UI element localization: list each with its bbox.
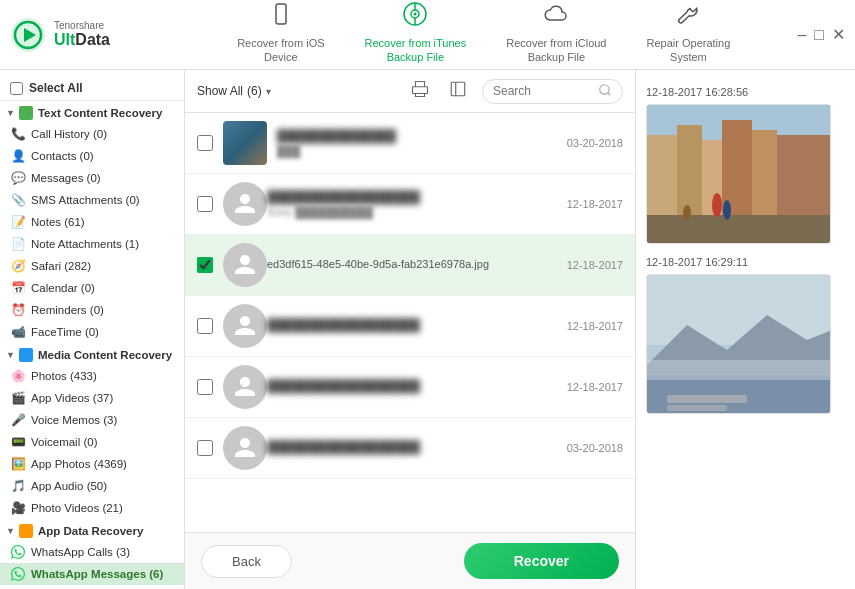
select-all-label: Select All <box>29 81 83 95</box>
group-label-text: Text Content Recovery <box>38 107 162 119</box>
tab-repair[interactable]: Repair OperatingSystem <box>627 0 751 75</box>
back-button[interactable]: Back <box>201 545 292 578</box>
file-date: 03-20-2018 <box>567 442 623 454</box>
sidebar-item-label: Contacts (0) <box>31 150 94 162</box>
icloud-icon <box>544 2 568 32</box>
recover-button[interactable]: Recover <box>464 543 619 579</box>
main-area: Select All ▼ Text Content Recovery 📞 Cal… <box>0 70 855 589</box>
search-input[interactable] <box>493 84 593 98</box>
file-checkbox[interactable] <box>197 379 213 395</box>
chevron-down-icon: ▾ <box>266 86 271 97</box>
preview-panel: 12-18-2017 16:28:56 <box>635 70 855 589</box>
file-item[interactable]: ██████████████████ 03-20-2018 <box>185 418 635 479</box>
sidebar-item-label: Calendar (0) <box>31 282 95 294</box>
sidebar-item-notes[interactable]: 📝 Notes (61) <box>0 211 184 233</box>
sidebar-group-app-data[interactable]: ▼ App Data Recovery <box>0 519 184 541</box>
sidebar-group-text-content[interactable]: ▼ Text Content Recovery <box>0 101 184 123</box>
file-checkbox[interactable] <box>197 318 213 334</box>
svg-rect-3 <box>276 4 286 24</box>
bottom-bar: Back Recover <box>185 532 635 589</box>
file-checkbox[interactable] <box>197 196 213 212</box>
svg-rect-27 <box>647 215 831 244</box>
sidebar-item-whatsapp-attachments[interactable]: WhatsApp Attachments (8) <box>0 585 184 589</box>
file-item[interactable]: ed3df615-48e5-40be-9d5a-fab231e6978a.jpg… <box>185 235 635 296</box>
search-icon <box>598 83 612 100</box>
sidebar-item-note-attachments[interactable]: 📄 Note Attachments (1) <box>0 233 184 255</box>
voicemail-icon: 📟 <box>10 434 26 450</box>
file-date: 12-18-2017 <box>567 198 623 210</box>
sidebar-item-safari[interactable]: 🧭 Safari (282) <box>0 255 184 277</box>
sidebar-item-sms-attachments[interactable]: 📎 SMS Attachments (0) <box>0 189 184 211</box>
sidebar-item-label: SMS Attachments (0) <box>31 194 140 206</box>
repair-icon <box>676 2 700 32</box>
file-name: ██████████████████ <box>267 440 567 454</box>
sidebar-item-app-audio[interactable]: 🎵 App Audio (50) <box>0 475 184 497</box>
file-item[interactable]: ██████████████ ███ 03-20-2018 <box>185 113 635 174</box>
avatar <box>223 182 267 226</box>
tab-repair-label: Repair OperatingSystem <box>647 36 731 65</box>
tab-itunes[interactable]: Recover from iTunesBackup File <box>345 0 487 75</box>
preview-timestamp-1: 12-18-2017 16:28:56 <box>646 86 845 98</box>
sidebar-item-label: Photo Videos (21) <box>31 502 123 514</box>
sidebar-item-messages[interactable]: 💬 Messages (0) <box>0 167 184 189</box>
print-button[interactable] <box>406 78 434 104</box>
file-item[interactable]: ██████████████████ 12-18-2017 <box>185 357 635 418</box>
sidebar-item-contacts[interactable]: 👤 Contacts (0) <box>0 145 184 167</box>
app-videos-icon: 🎬 <box>10 390 26 406</box>
app-audio-icon: 🎵 <box>10 478 26 494</box>
file-item[interactable]: ██████████████████ 12-18-2017 <box>185 296 635 357</box>
svg-rect-22 <box>677 125 702 215</box>
export-button[interactable] <box>444 78 472 104</box>
file-checkbox[interactable] <box>197 257 213 273</box>
file-sub: Sony ██████████ <box>267 206 567 218</box>
file-name: ██████████████████ <box>267 190 567 204</box>
sidebar-item-photo-videos[interactable]: 🎥 Photo Videos (21) <box>0 497 184 519</box>
minimize-button[interactable]: – <box>797 26 806 44</box>
select-all-checkbox[interactable] <box>10 82 23 95</box>
file-sub: ███ <box>277 145 567 157</box>
tab-ios-label: Recover from iOSDevice <box>237 36 324 65</box>
sidebar-item-call-history[interactable]: 📞 Call History (0) <box>0 123 184 145</box>
notes-icon: 📝 <box>10 214 26 230</box>
sidebar-item-whatsapp-calls[interactable]: WhatsApp Calls (3) <box>0 541 184 563</box>
safari-icon: 🧭 <box>10 258 26 274</box>
sidebar-item-label: Voice Memos (3) <box>31 414 117 426</box>
file-checkbox[interactable] <box>197 440 213 456</box>
file-checkbox[interactable] <box>197 135 213 151</box>
svg-point-29 <box>723 200 731 220</box>
sidebar-item-whatsapp-messages[interactable]: WhatsApp Messages (6) <box>0 563 184 585</box>
avatar <box>223 304 267 348</box>
sidebar-item-app-photos[interactable]: 🖼️ App Photos (4369) <box>0 453 184 475</box>
sidebar-item-voice-memos[interactable]: 🎤 Voice Memos (3) <box>0 409 184 431</box>
svg-point-7 <box>414 12 417 15</box>
sidebar-item-voicemail[interactable]: 📟 Voicemail (0) <box>0 431 184 453</box>
logo-brand: Tenorshare <box>54 20 110 31</box>
preview-image-1 <box>646 104 831 244</box>
content-toolbar: Show All (6) ▾ <box>185 70 635 113</box>
tab-itunes-label: Recover from iTunesBackup File <box>365 36 467 65</box>
photo-videos-icon: 🎥 <box>10 500 26 516</box>
sidebar-item-photos[interactable]: 🌸 Photos (433) <box>0 365 184 387</box>
sidebar-item-reminders[interactable]: ⏰ Reminders (0) <box>0 299 184 321</box>
svg-rect-21 <box>647 135 677 215</box>
sidebar-item-calendar[interactable]: 📅 Calendar (0) <box>0 277 184 299</box>
nav-tabs: Recover from iOSDevice Recover from iTun… <box>170 0 797 75</box>
show-all-label: Show All <box>197 84 243 98</box>
tab-ios[interactable]: Recover from iOSDevice <box>217 0 344 75</box>
sidebar-item-app-videos[interactable]: 🎬 App Videos (37) <box>0 387 184 409</box>
maximize-button[interactable]: □ <box>814 26 824 44</box>
group-icon-media <box>19 348 33 362</box>
file-date: 12-18-2017 <box>567 320 623 332</box>
close-button[interactable]: ✕ <box>832 25 845 44</box>
sidebar-group-media[interactable]: ▼ Media Content Recovery <box>0 343 184 365</box>
search-box[interactable] <box>482 79 623 104</box>
tab-icloud[interactable]: Recover from iCloudBackup File <box>486 0 626 75</box>
sidebar-item-facetime[interactable]: 📹 FaceTime (0) <box>0 321 184 343</box>
show-all-button[interactable]: Show All (6) ▾ <box>197 84 271 98</box>
expand-icon: ▼ <box>6 108 15 118</box>
reminders-icon: ⏰ <box>10 302 26 318</box>
svg-rect-26 <box>777 135 831 215</box>
call-history-icon: 📞 <box>10 126 26 142</box>
select-all-row[interactable]: Select All <box>0 76 184 101</box>
file-item[interactable]: ██████████████████ Sony ██████████ 12-18… <box>185 174 635 235</box>
